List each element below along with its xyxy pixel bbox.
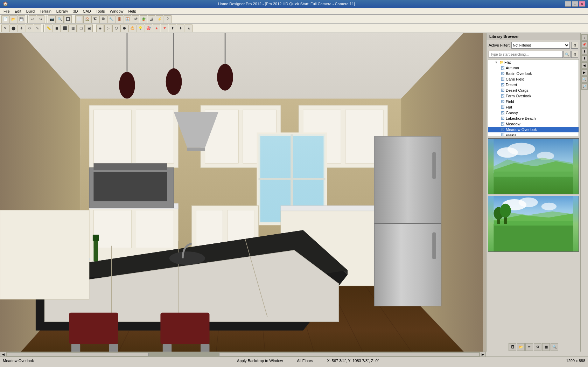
right-icon-5[interactable]: ◀ [581, 62, 588, 69]
tree-item-plains[interactable]: 🖼Plains [488, 132, 579, 136]
tb-b5[interactable]: 🔧 [107, 15, 115, 23]
tree-item-grassy[interactable]: 🖼Grassy [488, 110, 579, 116]
tb-b9[interactable]: 🪴 [140, 15, 147, 23]
titlebar-icon: 🏠 [3, 1, 8, 6]
tb2-b9[interactable]: ⬡ [112, 25, 120, 32]
tb-b12[interactable]: ? [164, 15, 172, 23]
tb-b6[interactable]: 🚪 [115, 15, 123, 23]
tb2-point[interactable]: ⬤ [9, 25, 17, 32]
tb-open[interactable]: 📂 [9, 15, 17, 23]
lib-btn-view[interactable]: 🖼 [509, 343, 516, 351]
tb2-b2[interactable]: ◼ [53, 25, 61, 32]
tb2-b12[interactable]: 💡 [136, 25, 144, 32]
lib-btn-grid[interactable]: ▦ [542, 343, 550, 351]
tb-view[interactable]: 🔲 [64, 15, 72, 23]
tree-item-flat-folder[interactable]: ▼ 📁 Flat [488, 60, 579, 65]
tree-item-flat[interactable]: 🖼Flat [488, 104, 579, 110]
tree-item-meadow[interactable]: 🖼Meadow [488, 121, 579, 127]
tb2-move[interactable]: ✛ [18, 25, 25, 32]
tree-item-desert[interactable]: 🖼Desert [488, 82, 579, 88]
tb-new[interactable]: 📄 [1, 15, 9, 23]
menu-edit[interactable]: Edit [13, 8, 23, 14]
menu-library[interactable]: Library [54, 8, 70, 14]
lib-btn-folder[interactable]: 📂 [517, 343, 525, 351]
horizontal-scrollbar[interactable]: ◀ ▶ [0, 352, 486, 356]
app-maximize-button[interactable]: □ [572, 1, 578, 7]
tb-b2[interactable]: 🏠 [83, 15, 91, 23]
tb-b1[interactable]: ⬜ [75, 15, 83, 23]
menu-help[interactable]: Help [126, 8, 139, 14]
tb-b7[interactable]: 🪟 [124, 15, 131, 23]
app-close-button[interactable]: ✕ [579, 1, 585, 7]
right-icon-7[interactable]: 🔍 [581, 76, 588, 83]
scroll-thumb[interactable] [148, 353, 219, 356]
tb2-b7[interactable]: ◈ [96, 25, 104, 32]
menu-file[interactable]: File [1, 8, 12, 14]
tb-camera[interactable]: 📷 [48, 15, 56, 23]
tb-b3[interactable]: 🏗 [91, 15, 99, 23]
menu-window[interactable]: Window [107, 8, 125, 14]
viewport[interactable] [0, 33, 486, 352]
app-minimize-button[interactable]: – [565, 1, 571, 7]
tb2-b5[interactable]: ▢ [77, 25, 85, 32]
scroll-right-button[interactable]: ▶ [479, 352, 486, 357]
tree-item-lakeshore-beach[interactable]: 🖼Lakeshore Beach [488, 116, 579, 121]
right-icon-4[interactable]: ⬇ [581, 55, 588, 62]
scroll-left-button[interactable]: ◀ [0, 352, 6, 357]
tb-b8[interactable]: 🛋 [132, 15, 139, 23]
tb2-b10[interactable]: ⬣ [120, 25, 128, 32]
tb-save[interactable]: 💾 [18, 15, 25, 23]
menu-3d[interactable]: 3D [71, 8, 80, 14]
tb-undo[interactable]: ↩ [29, 15, 36, 23]
filter-options-button[interactable]: ⚙ [571, 42, 578, 49]
tb-b4[interactable]: 🏛 [99, 15, 107, 23]
tb2-b17[interactable]: ⬇ [177, 25, 184, 32]
search-button[interactable]: 🔍 [564, 51, 570, 58]
tb2-b16[interactable]: ⬆ [169, 25, 176, 32]
menu-cad[interactable]: CAD [80, 8, 93, 14]
viewport-resize-handle[interactable] [483, 33, 486, 352]
tb-redo[interactable]: ↪ [37, 15, 44, 23]
search-input[interactable] [489, 51, 563, 58]
tb2-b4[interactable]: ▦ [69, 25, 77, 32]
library-tree[interactable]: ▼ 📁 Flat 🖼Autumn🖼Basin Overlook🖼Cane Fie… [488, 59, 579, 136]
tb2-b13[interactable]: 🎯 [145, 25, 152, 32]
tb2-b15[interactable]: 🔻 [161, 25, 168, 32]
lib-btn-search[interactable]: 🔍 [551, 343, 558, 351]
apply-backdrop-button[interactable]: Apply Backdrop to Window [237, 359, 283, 363]
tb2-select[interactable]: ↖ [1, 25, 9, 32]
right-icon-8[interactable]: 🔎 [581, 83, 588, 90]
tb2-rotate[interactable]: ↻ [26, 25, 33, 32]
search-options-button[interactable]: ⚙ [571, 51, 578, 58]
tb2-b18[interactable]: ∧ [185, 25, 192, 32]
menu-terrain[interactable]: Terrain [37, 8, 54, 14]
tb-b10[interactable]: 🏞 [148, 15, 155, 23]
right-icon-3[interactable]: ⬆ [581, 48, 588, 55]
tb2-resize[interactable]: ⤡ [34, 25, 41, 32]
right-icon-2[interactable]: 📌 [581, 41, 588, 48]
lib-btn-settings[interactable]: ⚙ [534, 343, 541, 351]
tb2-b6[interactable]: ▣ [85, 25, 93, 32]
tree-item-cane-field[interactable]: 🖼Cane Field [488, 76, 579, 82]
tree-item-autumn[interactable]: 🖼Autumn [488, 65, 579, 71]
tree-item-desert-crags[interactable]: 🖼Desert Crags [488, 88, 579, 93]
tb2-b14[interactable]: 🔺 [153, 25, 160, 32]
filter-dropdown[interactable]: Not Filtered [511, 42, 570, 49]
tb2-b3[interactable]: ⬛ [61, 25, 69, 32]
menu-build[interactable]: Build [24, 8, 37, 14]
img-icon: 🖼 [500, 77, 505, 82]
tree-item-basin-overlook[interactable]: 🖼Basin Overlook [488, 71, 579, 76]
tb2-b11[interactable]: 🔆 [128, 25, 136, 32]
tb-zoom[interactable]: 🔍 [56, 15, 64, 23]
right-icon-1[interactable]: ↕ [581, 34, 588, 41]
tree-item-meadow-overlook[interactable]: 🖼Meadow Overlook [488, 127, 579, 132]
right-icon-6[interactable]: ▶ [581, 69, 588, 76]
tb2-b1[interactable]: 📏 [45, 25, 52, 32]
menu-tools[interactable]: Tools [94, 8, 107, 14]
lib-btn-edit[interactable]: ✏ [525, 343, 533, 351]
tb2-b8[interactable]: ▷ [104, 25, 112, 32]
tb-b11[interactable]: ⚡ [156, 15, 163, 23]
toolbar2: ↖ ⬤ ✛ ↻ ⤡ 📏 ◼ ⬛ ▦ ▢ ▣ ◈ ▷ ⬡ ⬣ 🔆 💡 🎯 🔺 🔻 … [0, 24, 588, 33]
tree-item-field[interactable]: 🖼Field [488, 99, 579, 104]
tree-item-farm-overlook[interactable]: 🖼Farm Overlook [488, 93, 579, 99]
